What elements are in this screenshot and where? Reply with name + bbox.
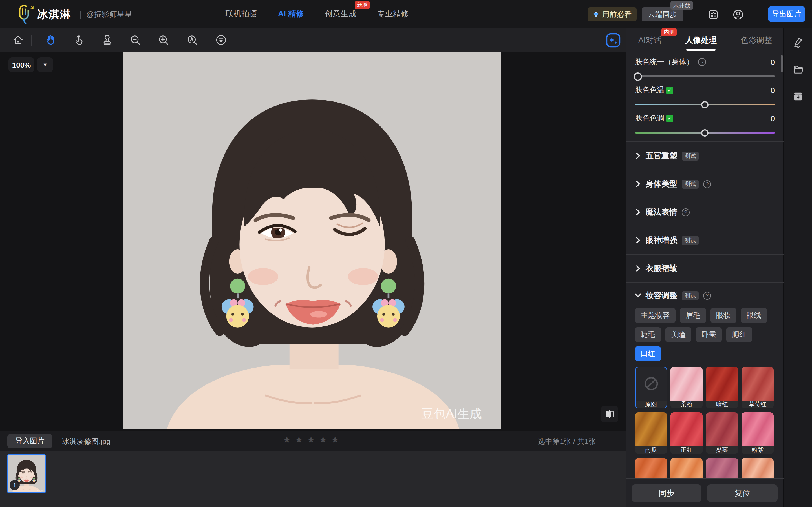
nav-tab-creative-gen[interactable]: 创意生成 新增	[325, 9, 356, 19]
thumbnail-strip: 1	[0, 451, 626, 507]
chip-eyeliner[interactable]: 眼线	[741, 308, 767, 323]
lipstick-swatch-grid: 原图 柔粉 暗红 草莓红 南瓜	[626, 361, 784, 478]
swatch-vibrant-orange[interactable]: 活力橙	[635, 458, 667, 478]
swatch-original[interactable]: 原图	[635, 367, 667, 408]
nav-tab-ai-retouch[interactable]: AI 精修	[278, 9, 304, 19]
chevron-down-icon	[635, 292, 641, 298]
right-icon-strip	[783, 28, 812, 507]
chip-eyebrow[interactable]: 眉毛	[680, 308, 706, 323]
export-image-button[interactable]: 导出图片	[768, 6, 805, 22]
section-eye-enhance[interactable]: 眼神增强 测试	[626, 226, 784, 254]
ai-enhance-icon[interactable]	[606, 33, 621, 48]
swatch-strawberry-red[interactable]: 草莓红	[742, 367, 774, 408]
compare-view-button[interactable]	[601, 406, 618, 422]
swatch-dark-red[interactable]: 暗红	[706, 367, 738, 408]
swatch-pumpkin[interactable]: 南瓜	[635, 412, 667, 454]
swatch-dragonfruit[interactable]: 火龙果	[706, 458, 738, 478]
must-read-button[interactable]: 用前必看	[588, 7, 637, 21]
app-window: 豆包AI生成 ai 冰淇淋 | @摄影师星星 联机拍摄 AI 精修 创意	[0, 0, 812, 507]
panel-tabs: AI对话 内测 人像处理 色彩调整	[626, 28, 784, 52]
chip-contact-lens[interactable]: 美瞳	[665, 327, 691, 342]
swatch-soft-pink[interactable]: 柔粉	[670, 367, 703, 408]
tab-color-adjust[interactable]: 色彩调整	[741, 35, 772, 45]
swatch-mulberry[interactable]: 桑葚	[706, 412, 738, 454]
tab-portrait-processing[interactable]: 人像处理	[685, 35, 717, 45]
app-title: 冰淇淋	[37, 7, 71, 22]
filter-icon[interactable]	[215, 34, 227, 46]
top-bar: ai 冰淇淋 | @摄影师星星 联机拍摄 AI 精修 创意生成 新增 专业精修 …	[0, 0, 812, 28]
slider-thumb[interactable]	[633, 72, 642, 80]
zoom-level-badge[interactable]: 100%	[8, 57, 35, 72]
help-icon[interactable]: ?	[698, 58, 706, 66]
tap-select-icon[interactable]	[73, 34, 85, 46]
chip-blush[interactable]: 腮红	[726, 327, 752, 342]
slider-label: 肤色色调	[635, 113, 664, 123]
thumbnail-index-badge: 1	[10, 480, 20, 490]
slider-value: 0	[771, 114, 775, 122]
slider-value: 0	[771, 86, 775, 94]
rating-stars[interactable]: ★★★★★	[283, 434, 343, 445]
reset-button[interactable]: 复位	[707, 485, 777, 502]
app-logo-icon[interactable]: ai	[15, 3, 37, 26]
right-panel: AI对话 内测 人像处理 色彩调整 肤色统一（身体） ? 0	[626, 28, 783, 507]
chip-aegyo-sal[interactable]: 卧蚕	[696, 327, 722, 342]
section-body-shape[interactable]: 身体美型 测试 ?	[626, 170, 784, 198]
section-clothes-wrinkle[interactable]: 衣服褶皱	[626, 254, 784, 282]
import-archive-icon[interactable]	[792, 90, 805, 103]
divider	[31, 35, 32, 46]
chevron-right-icon	[635, 181, 641, 187]
main-nav: 联机拍摄 AI 精修 创意生成 新增 专业精修	[225, 0, 409, 28]
account-icon[interactable]	[732, 8, 744, 21]
swatch-grapefruit[interactable]: 西柚	[670, 458, 703, 478]
home-icon[interactable]	[12, 34, 24, 46]
check-badge-icon: ✓	[666, 115, 673, 122]
zoom-dropdown[interactable]: ▼	[37, 57, 53, 72]
swatch-pink-purple[interactable]: 粉紫	[742, 412, 774, 454]
chip-eye-makeup[interactable]: 眼妆	[711, 308, 737, 323]
search-text-icon[interactable]	[186, 34, 199, 46]
edited-photo[interactable]	[123, 52, 501, 429]
pan-hand-icon[interactable]	[45, 34, 57, 46]
test-badge: 测试	[682, 151, 699, 160]
check-badge-icon: ✓	[666, 87, 673, 94]
nav-tab-tethered-shoot[interactable]: 联机拍摄	[225, 9, 257, 19]
folder-icon[interactable]	[792, 63, 805, 76]
panel-scrollbar[interactable]	[781, 55, 783, 72]
section-magic-expression[interactable]: 魔法表情 ?	[626, 198, 784, 226]
test-badge: 测试	[682, 236, 699, 245]
no-effect-icon	[635, 367, 667, 400]
sync-button[interactable]: 同步	[631, 485, 702, 502]
swatch-maple-leaf[interactable]: 枫叶	[742, 458, 774, 478]
svg-text:ai: ai	[31, 5, 34, 10]
canvas-toolbar	[0, 28, 626, 52]
help-icon[interactable]: ?	[682, 208, 690, 216]
section-makeup-adjust[interactable]: 妆容调整 测试 ?	[626, 282, 784, 308]
swatch-true-red[interactable]: 正红	[670, 412, 703, 454]
stamp-icon[interactable]	[101, 34, 113, 46]
zoom-out-icon[interactable]	[129, 34, 142, 46]
makeup-category-chips: 主题妆容 眉毛 眼妆 眼线 睫毛 美瞳 卧蚕 腮红 口红	[626, 308, 784, 361]
image-canvas[interactable]: 100% ▼	[0, 52, 626, 431]
nav-tab-pro-retouch[interactable]: 专业精修	[377, 9, 409, 19]
new-badge: 新增	[355, 1, 370, 9]
help-icon[interactable]: ?	[703, 180, 711, 188]
slider-thumb[interactable]	[701, 101, 709, 108]
title-divider: |	[80, 9, 82, 18]
diamond-icon	[593, 11, 599, 18]
brush-pen-icon[interactable]	[792, 36, 805, 49]
import-image-button[interactable]: 导入图片	[7, 434, 52, 448]
chip-eyelash[interactable]: 睫毛	[635, 327, 661, 342]
slider-track[interactable]	[635, 75, 775, 77]
chip-lipstick[interactable]: 口红	[635, 346, 661, 361]
beta-badge: 内测	[661, 28, 677, 36]
tab-ai-chat[interactable]: AI对话 内测	[638, 35, 661, 45]
selection-status: 选中第1张 / 共1张	[538, 437, 596, 447]
slider-thumb[interactable]	[701, 129, 709, 136]
zoom-in-icon[interactable]	[157, 34, 170, 46]
section-facial-reshape[interactable]: 五官重塑 测试	[626, 142, 784, 170]
chevron-right-icon	[635, 237, 641, 243]
task-list-icon[interactable]	[707, 8, 719, 21]
help-icon[interactable]: ?	[703, 291, 711, 299]
chevron-right-icon	[635, 209, 641, 215]
chip-theme-makeup[interactable]: 主题妆容	[635, 308, 675, 323]
